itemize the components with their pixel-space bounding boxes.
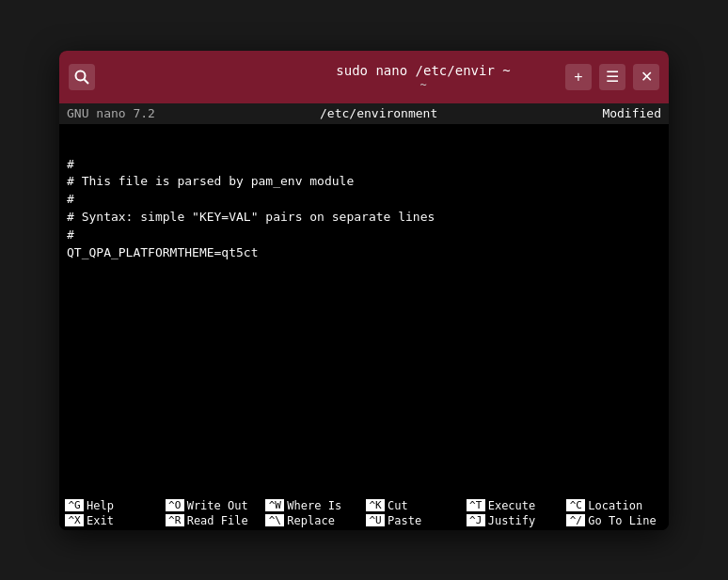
window-subtitle: ~ [419, 78, 426, 91]
shortcut-label: Exit [87, 514, 114, 527]
shortcut-label: Execute [488, 499, 536, 512]
shortcut-item[interactable]: ^CLocation [564, 499, 665, 512]
shortcut-key: ^O [166, 499, 184, 511]
shortcut-label: Cut [388, 499, 408, 512]
menu-button[interactable]: ☰ [599, 64, 625, 90]
modified-status: Modified [602, 106, 661, 120]
editor-line [67, 262, 661, 280]
editor-line [67, 403, 661, 421]
svg-line-1 [85, 79, 89, 84]
shortcut-label: Help [87, 499, 114, 512]
shortcut-item[interactable]: ^KCut [364, 499, 465, 512]
title-bar-left [69, 64, 95, 90]
file-name: /etc/environment [320, 106, 437, 120]
shortcut-key: ^R [166, 514, 184, 526]
shortcut-item[interactable]: ^TExecute [465, 499, 565, 512]
shortcut-label: Read File [187, 514, 248, 527]
editor-line [67, 315, 661, 333]
shortcut-label: Where Is [287, 499, 341, 512]
title-bar: sudo nano /etc/envir ~ ~ + ☰ ✕ [59, 51, 669, 103]
editor-line: # [67, 191, 661, 209]
shortcut-bar: ^GHelp^OWrite Out^WWhere Is^KCut^TExecut… [59, 496, 669, 530]
editor-line [67, 421, 661, 439]
editor-line [67, 279, 661, 297]
editor-line: # [67, 156, 661, 174]
shortcut-item[interactable]: ^OWrite Out [164, 499, 264, 512]
shortcut-row-1: ^GHelp^OWrite Out^WWhere Is^KCut^TExecut… [59, 498, 669, 513]
editor-line [67, 439, 661, 457]
shortcut-item[interactable]: ^XExit [63, 514, 164, 527]
svg-point-0 [76, 71, 86, 80]
editor-line [67, 385, 661, 403]
shortcut-label: Go To Line [588, 514, 656, 527]
shortcut-key: ^T [467, 499, 485, 511]
shortcut-key: ^C [566, 499, 585, 511]
editor-content[interactable]: ## This file is parsed by pam_env module… [59, 124, 669, 496]
shortcut-label: Paste [388, 514, 421, 527]
shortcut-key: ^\ [265, 514, 284, 526]
editor-line [67, 351, 661, 368]
editor-line [67, 475, 661, 493]
shortcut-row-2: ^XExit^RRead File^\Replace^UPaste^JJusti… [59, 513, 669, 528]
shortcut-key: ^J [467, 514, 485, 526]
shortcut-item[interactable]: ^RRead File [164, 514, 264, 527]
shortcut-item[interactable]: ^\Replace [263, 514, 364, 527]
shortcut-key: ^X [65, 514, 84, 526]
shortcut-label: Justify [488, 514, 536, 527]
shortcut-key: ^/ [566, 514, 585, 526]
title-bar-center: sudo nano /etc/envir ~ ~ [336, 63, 510, 91]
editor-line: # [67, 227, 661, 244]
shortcut-label: Location [588, 499, 642, 512]
search-icon [73, 69, 90, 86]
shortcut-item[interactable]: ^JJustify [465, 514, 565, 527]
shortcut-item[interactable]: ^WWhere Is [263, 499, 364, 512]
editor-line [67, 297, 661, 315]
editor-line: QT_QPA_PLATFORMTHEME=qt5ct [67, 244, 661, 262]
editor-line [67, 333, 661, 351]
editor-line [67, 457, 661, 475]
title-bar-right: + ☰ ✕ [565, 64, 659, 90]
add-tab-button[interactable]: + [565, 64, 592, 90]
shortcut-key: ^U [366, 514, 385, 526]
editor-line: # Syntax: simple "KEY=VAL" pairs on sepa… [67, 209, 661, 227]
search-button[interactable] [69, 64, 95, 90]
editor-line: # This file is parsed by pam_env module [67, 173, 661, 191]
shortcut-key: ^G [65, 499, 84, 511]
shortcut-label: Replace [287, 514, 335, 527]
close-button[interactable]: ✕ [633, 64, 659, 90]
shortcut-key: ^W [265, 499, 284, 511]
nano-version: GNU nano 7.2 [67, 106, 155, 120]
shortcut-key: ^K [366, 499, 385, 511]
shortcut-item[interactable]: ^UPaste [364, 514, 465, 527]
terminal-window: sudo nano /etc/envir ~ ~ + ☰ ✕ GNU nano … [59, 51, 669, 530]
window-title: sudo nano /etc/envir ~ [336, 63, 510, 78]
nano-statusbar: GNU nano 7.2 /etc/environment Modified [59, 103, 669, 124]
editor-line [67, 368, 661, 386]
shortcut-label: Write Out [187, 499, 248, 512]
shortcut-item[interactable]: ^/Go To Line [564, 514, 665, 527]
shortcut-item[interactable]: ^GHelp [63, 499, 164, 512]
